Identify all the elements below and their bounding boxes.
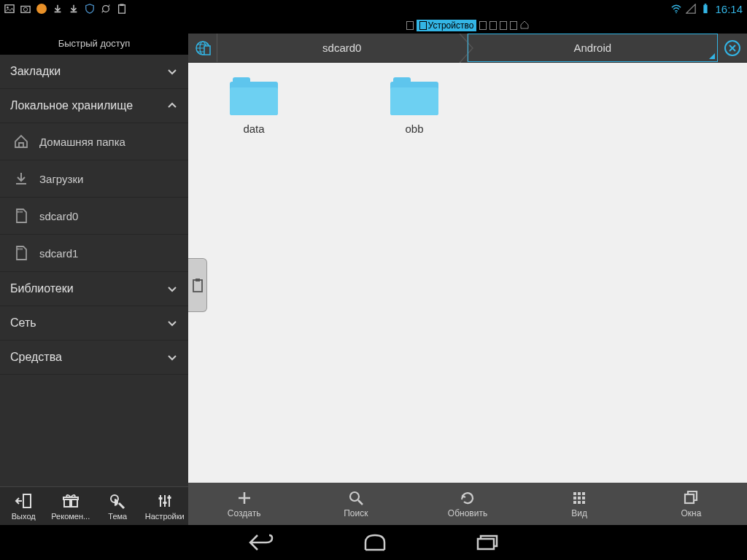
wifi-icon (671, 4, 681, 14)
svg-rect-12 (71, 499, 77, 507)
sidebar-libraries[interactable]: Библиотеки (0, 272, 188, 306)
breadcrumb-android[interactable]: Android (468, 34, 719, 62)
download-icon (13, 171, 29, 187)
home-button[interactable] (363, 532, 387, 553)
sidebar-item-label: Библиотеки (10, 282, 74, 295)
breadcrumb-label: Android (573, 42, 611, 54)
status-right: 16:14 (671, 3, 743, 15)
home-tab-icon[interactable] (520, 20, 529, 31)
breadcrumb-sdcard0[interactable]: sdcard0 (217, 34, 468, 62)
sidebar-tools[interactable]: Средства (0, 341, 188, 375)
svg-rect-34 (196, 279, 200, 281)
view-button[interactable]: Вид (524, 483, 635, 525)
sidebar-item-label: Домашняя папка (39, 136, 125, 148)
svg-rect-29 (573, 501, 576, 504)
sync-icon (101, 4, 111, 14)
breadcrumb-label: sdcard0 (322, 42, 361, 54)
chevron-up-icon (166, 100, 178, 112)
folder-label: data (243, 122, 264, 135)
svg-rect-11 (64, 499, 70, 507)
chevron-down-icon (166, 351, 178, 363)
folder-obb[interactable]: obb (378, 77, 451, 135)
sidebar-local-storage[interactable]: Локальное хранилище (0, 89, 188, 123)
tab-icon[interactable] (510, 21, 517, 30)
svg-rect-26 (573, 497, 576, 499)
folder-icon (230, 77, 278, 115)
sidebar-network[interactable]: Сеть (0, 306, 188, 341)
tab-icon[interactable] (479, 21, 487, 30)
sidebar-item-label: Закладки (10, 65, 61, 78)
sidebar-bookmarks[interactable]: Закладки (0, 55, 188, 89)
signal-icon (686, 4, 696, 14)
svg-rect-5 (120, 4, 123, 6)
svg-rect-31 (582, 501, 585, 504)
svg-point-6 (676, 12, 678, 13)
sidebar-title: Быстрый доступ (0, 34, 188, 55)
button-label: Создать (228, 508, 261, 518)
folder-icon (390, 77, 438, 115)
path-root-button[interactable] (188, 34, 217, 62)
tab-active[interactable]: Устройство (417, 20, 477, 31)
clipboard-icon (117, 4, 127, 14)
file-grid[interactable]: data obb (188, 63, 747, 483)
button-label: Окна (681, 508, 701, 518)
sidebar: Быстрый доступ Закладки Локальное хранил… (0, 34, 188, 525)
path-bar: sdcard0 Android (188, 34, 747, 63)
sidebar-item-label: sdcard0 (39, 210, 78, 222)
sidebar-item-home-folder[interactable]: Домашняя папка (0, 123, 188, 160)
button-label: Настройки (145, 512, 185, 521)
theme-button[interactable]: Тема (94, 487, 142, 525)
svg-rect-23 (573, 492, 576, 495)
android-navbar (0, 525, 747, 560)
svg-point-3 (23, 7, 27, 11)
dropdown-corner-icon (709, 53, 715, 59)
tab-icon[interactable] (489, 21, 497, 30)
svg-point-1 (7, 7, 9, 9)
clipboard-handle[interactable] (188, 258, 207, 312)
app-icon (36, 4, 47, 14)
svg-rect-4 (119, 5, 125, 13)
sdcard-icon (13, 245, 29, 261)
svg-rect-15 (158, 497, 162, 499)
settings-button[interactable]: Настройки (142, 487, 189, 525)
chevron-down-icon (166, 66, 178, 77)
camera-icon (20, 4, 31, 14)
home-icon (13, 133, 29, 149)
download-icon (69, 4, 79, 14)
svg-rect-10 (23, 494, 31, 508)
sidebar-item-label: Локальное хранилище (10, 99, 133, 112)
folder-data[interactable]: data (217, 77, 290, 135)
search-button[interactable]: Поиск (300, 483, 411, 525)
chevron-down-icon (166, 317, 178, 329)
refresh-button[interactable]: Обновить (411, 483, 523, 525)
tab-icon[interactable] (500, 21, 507, 30)
windows-button[interactable]: Окна (635, 483, 747, 525)
sidebar-bottom: Выход Рекомен... Тема Настройки (0, 486, 188, 525)
svg-rect-7 (704, 5, 708, 13)
svg-rect-27 (578, 497, 581, 499)
button-label: Рекомен... (51, 512, 90, 521)
svg-point-22 (350, 492, 359, 501)
svg-rect-9 (419, 22, 426, 30)
sidebar-item-downloads[interactable]: Загрузки (0, 160, 188, 198)
sidebar-item-sdcard0[interactable]: sdcard0 (0, 198, 188, 235)
close-tab-button[interactable] (718, 34, 747, 62)
create-button[interactable]: Создать (188, 483, 300, 525)
clock: 16:14 (715, 3, 743, 15)
recent-button[interactable] (475, 533, 500, 552)
button-label: Поиск (344, 508, 368, 518)
recommend-button[interactable]: Рекомен... (47, 487, 95, 525)
svg-rect-33 (193, 280, 202, 292)
button-label: Выход (12, 512, 36, 521)
svg-rect-25 (582, 492, 585, 495)
status-left (4, 4, 127, 14)
sidebar-item-sdcard1[interactable]: sdcard1 (0, 235, 188, 272)
content-area: sdcard0 Android data obb (188, 34, 747, 525)
folder-label: obb (405, 122, 423, 135)
sidebar-item-label: Сеть (10, 316, 36, 330)
button-label: Обновить (448, 508, 487, 518)
exit-button[interactable]: Выход (0, 487, 47, 525)
svg-rect-16 (163, 502, 166, 504)
back-button[interactable] (247, 532, 275, 553)
svg-rect-17 (167, 497, 171, 499)
